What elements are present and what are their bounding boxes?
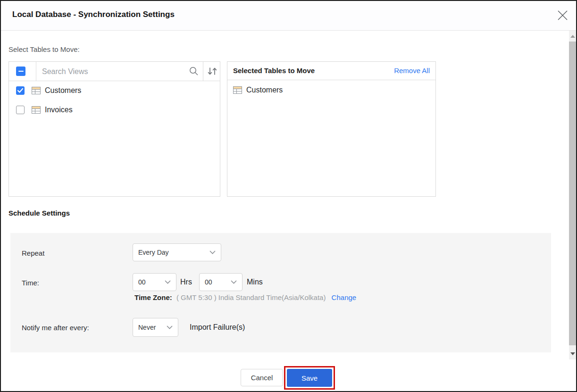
notify-select[interactable]: Never: [133, 318, 178, 337]
table-row-label: Customers: [45, 86, 81, 95]
remove-all-link[interactable]: Remove All: [394, 67, 430, 75]
cancel-button[interactable]: Cancel: [241, 369, 283, 386]
selected-tables-header: Selected Tables to Move Remove All: [227, 62, 435, 80]
timezone-row: Time Zone: ( GMT 5:30 ) India Standard T…: [134, 293, 356, 301]
close-icon: [557, 9, 569, 21]
select-all-checkbox[interactable]: [16, 67, 25, 76]
chevron-down-icon: [231, 280, 237, 284]
notify-label: Notify me after every:: [22, 324, 89, 332]
search-input[interactable]: [41, 64, 187, 79]
table-row-label: Invoices: [45, 106, 73, 114]
select-tables-label: Select Tables to Move:: [8, 45, 80, 53]
chevron-down-icon: [209, 250, 216, 254]
available-tables-header: [9, 62, 220, 81]
timezone-label: Time Zone:: [134, 293, 172, 301]
minutes-select-value: 00: [205, 278, 212, 286]
timezone-value: ( GMT 5:30 ) India Standard Time(Asia/Ko…: [176, 293, 326, 301]
schedule-settings-panel: [10, 233, 551, 352]
schedule-settings-heading: Schedule Settings: [8, 209, 70, 217]
table-row-invoices[interactable]: Invoices: [9, 100, 220, 119]
time-label: Time:: [22, 279, 39, 287]
repeat-select-value: Every Day: [138, 249, 169, 256]
scroll-up-arrow-icon[interactable]: [570, 35, 575, 38]
save-button[interactable]: Save: [287, 369, 332, 387]
table-icon: [233, 86, 242, 94]
minutes-unit-label: Mins: [247, 278, 263, 286]
notify-select-value: Never: [138, 324, 156, 331]
titlebar: Local Database - Synchronization Setting…: [1, 1, 576, 31]
chevron-down-icon: [165, 280, 171, 284]
table-icon: [32, 106, 41, 114]
selected-tables-title: Selected Tables to Move: [233, 67, 315, 75]
timezone-change-link[interactable]: Change: [332, 293, 357, 301]
header-divider: [36, 62, 36, 81]
vertical-scrollbar[interactable]: [569, 31, 577, 359]
notify-suffix-label: Import Failure(s): [190, 323, 245, 332]
hours-select-value: 00: [138, 278, 146, 286]
close-button[interactable]: [555, 8, 569, 22]
checkbox-checked-icon: [17, 88, 24, 93]
scroll-down-arrow-icon[interactable]: [570, 352, 575, 355]
sort-icon[interactable]: [207, 67, 218, 76]
scrollbar-thumb[interactable]: [569, 42, 577, 345]
header-divider: [203, 62, 203, 81]
available-tables-panel: Customers Invoices: [8, 61, 220, 197]
table-row-customers[interactable]: Customers: [9, 81, 220, 100]
selected-table-row: Customers: [227, 80, 435, 100]
chevron-down-icon: [167, 325, 173, 329]
invoices-checkbox[interactable]: [16, 106, 25, 114]
hours-unit-label: Hrs: [180, 278, 192, 286]
dialog-title: Local Database - Synchronization Setting…: [12, 10, 175, 19]
minutes-select[interactable]: 00: [199, 273, 243, 291]
sync-settings-dialog: Local Database - Synchronization Setting…: [0, 0, 577, 392]
repeat-label: Repeat: [22, 249, 44, 257]
hours-select[interactable]: 00: [133, 273, 176, 291]
customers-checkbox[interactable]: [16, 86, 25, 95]
table-icon: [32, 87, 41, 94]
search-icon[interactable]: [189, 66, 199, 76]
selected-table-label: Customers: [246, 86, 283, 94]
selected-tables-panel: Selected Tables to Move Remove All Custo…: [227, 61, 436, 197]
repeat-select[interactable]: Every Day: [133, 243, 221, 261]
checkbox-indeterminate-icon: [18, 71, 24, 72]
